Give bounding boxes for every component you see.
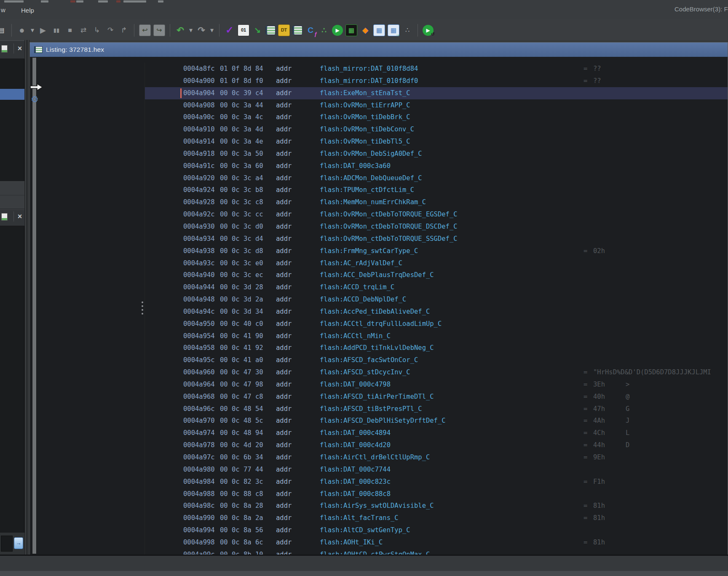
- listing-row[interactable]: 0004a958 00 0c 41 92 addr flash:AddPCD_t…: [145, 342, 728, 354]
- row-operand[interactable]: flash:AFSCD_DebPlHiSetyDrftDef_C: [320, 415, 446, 427]
- listing-row[interactable]: 0004a95c 00 0c 41 a0 addr flash:AFSCD_fa…: [145, 354, 728, 366]
- row-operand[interactable]: flash:OvRMon_tiDebConv_C: [320, 123, 414, 136]
- row-operand[interactable]: flash:ACCD_trqLim_C: [320, 281, 394, 293]
- listing-row[interactable]: 0004a99c 00 0c 8b 10 addr flash:AOHtCD_c…: [145, 549, 728, 555]
- gear-icon[interactable]: ⚙: [31, 95, 39, 104]
- row-operand[interactable]: flash:Alt_facTrans_C: [320, 512, 399, 524]
- panel-splitter[interactable]: [24, 40, 29, 555]
- row-operand[interactable]: flash_mirror:DAT_010f8df0: [320, 75, 418, 87]
- listing-row[interactable]: 0004a908 00 0c 3a 44 addr flash:OvRMon_t…: [145, 99, 728, 112]
- row-operand[interactable]: flash:AltCD_swtGenTyp_C: [320, 524, 410, 536]
- stop-icon[interactable]: ■: [64, 25, 75, 36]
- record-caret-icon[interactable]: ▾: [30, 25, 35, 36]
- listing-row[interactable]: 0004a924 00 0c 3c b8 addr flash:TPUMon_c…: [145, 184, 728, 196]
- listing-row[interactable]: 0004a8fc 01 0f 8d 84 addr flash_mirror:D…: [145, 63, 728, 75]
- listing-row[interactable]: 0004a968 00 0c 47 c8 addr flash:AFSCD_ti…: [145, 391, 728, 403]
- listing-row[interactable]: 0004a914 00 0c 3a 4e addr flash:OvRMon_t…: [145, 136, 728, 148]
- row-operand[interactable]: flash:FrmMng_swtCarType_C: [320, 245, 418, 257]
- resume-icon[interactable]: ▶: [37, 25, 48, 36]
- listing-row[interactable]: 0004a978 00 0c 4d 20 addr flash:DAT_000c…: [145, 439, 728, 451]
- close-icon[interactable]: ×: [13, 43, 24, 53]
- row-operand[interactable]: flash:AirCtl_drBelCtlUpRmp_C: [320, 451, 430, 464]
- listing-row[interactable]: 0004a998 00 0c 8a 6c addr flash:AOHt_IKi…: [145, 536, 728, 549]
- undo-icon[interactable]: ↶: [175, 25, 186, 36]
- c-source-icon[interactable]: Cƒ: [305, 25, 316, 36]
- listing-row[interactable]: 0004a990 00 0c 8a 2a addr flash:Alt_facT…: [145, 512, 728, 524]
- redo-icon[interactable]: ↷: [196, 25, 207, 36]
- row-operand[interactable]: flash:TPUMon_ctDfctLim_C: [320, 184, 414, 196]
- listing-row[interactable]: 0004a934 00 0c 3c d4 addr flash:OvRMon_c…: [145, 233, 728, 245]
- row-operand[interactable]: flash:OvRMon_ctDebToTORQUE_SSGDef_C: [320, 233, 458, 245]
- listing-row[interactable]: 0004a94c 00 0c 3d 34 addr flash:AccPed_t…: [145, 306, 728, 318]
- undo-caret-icon[interactable]: ▾: [188, 25, 193, 36]
- row-operand[interactable]: flash:ACC_DebPlausTrqDesDef_C: [320, 269, 434, 281]
- close-icon[interactable]: ×: [13, 211, 24, 221]
- table-export-icon[interactable]: ▦→: [388, 24, 399, 36]
- listing-row[interactable]: 0004a964 00 0c 47 98 addr flash:DAT_000c…: [145, 379, 728, 391]
- file-hierarchy-icon[interactable]: ∴: [402, 25, 413, 36]
- listing-row[interactable]: 0004a970 00 0c 48 5c addr flash:AFSCD_De…: [145, 415, 728, 427]
- left-panel2-header[interactable]: ×: [0, 209, 24, 226]
- row-operand[interactable]: flash:MemMon_numErrChkRam_C: [320, 196, 426, 208]
- splitter-grip-icon[interactable]: [142, 301, 143, 303]
- listing-row[interactable]: 0004a950 00 0c 40 c0 addr flash:ACCtl_dt…: [145, 318, 728, 330]
- row-operand[interactable]: flash:DAT_000c4d20: [320, 439, 391, 451]
- binary-file-icon[interactable]: 01: [238, 24, 249, 36]
- row-operand[interactable]: flash:ADCMon_DebQueueDef_C: [320, 172, 422, 184]
- row-operand[interactable]: flash:AFSCD_facSwtOnCor_C: [320, 354, 418, 366]
- listing-row[interactable]: 0004a93c 00 0c 3c e0 addr flash:AC_rAdjV…: [145, 257, 728, 269]
- listing-row[interactable]: 0004a984 00 0c 82 3c addr flash:DAT_000c…: [145, 476, 728, 488]
- listing-row[interactable]: 0004a92c 00 0c 3c cc addr flash:OvRMon_c…: [145, 208, 728, 221]
- row-operand[interactable]: flash:OvRMon_DebSigA0Def_C: [320, 148, 422, 160]
- left-panel-header[interactable]: ×: [0, 40, 24, 59]
- validate-icon[interactable]: ✓: [224, 25, 235, 36]
- listing-row[interactable]: 0004a944 00 0c 3d 28 addr flash:ACCD_trq…: [145, 281, 728, 293]
- step-out-icon[interactable]: ↱: [118, 25, 129, 36]
- listing-view-icon[interactable]: [265, 26, 276, 35]
- row-operand[interactable]: flash:AFSCD_tiAirPerTimeDTl_C: [320, 391, 434, 403]
- menu-item-help[interactable]: Help: [19, 6, 37, 15]
- listing-row[interactable]: 0004a938 00 0c 3c d8 addr flash:FrmMng_s…: [145, 245, 728, 257]
- row-operand[interactable]: flash_mirror:DAT_010f8d84: [320, 63, 418, 75]
- row-operand[interactable]: flash:AccPed_tiDebAliveDef_C: [320, 306, 430, 318]
- table-view-icon[interactable]: ▦: [373, 24, 385, 36]
- row-operand[interactable]: flash:DAT_000c823c: [320, 476, 391, 488]
- redo-caret-icon[interactable]: ▾: [209, 25, 214, 36]
- listing-row[interactable]: 0004a900 01 0f 8d f0 addr flash_mirror:D…: [145, 75, 728, 87]
- listing-row[interactable]: 0004a904 00 0c 39 c4 addr flash:ExeMon_s…: [145, 87, 728, 99]
- listing-margin-bar[interactable]: [32, 58, 37, 554]
- row-operand[interactable]: flash:DAT_000c4894: [320, 427, 391, 439]
- run-loop-icon[interactable]: ▶↺: [423, 25, 434, 36]
- left-panel2-body[interactable]: [0, 226, 24, 533]
- clipped-edge-icon[interactable]: ▤: [0, 25, 7, 36]
- row-operand[interactable]: flash:ACCtl_dtrqFullLoadLimUp_C: [320, 318, 442, 330]
- panel-selected-row[interactable]: [0, 89, 24, 100]
- row-operand[interactable]: flash:DAT_000c88c8: [320, 488, 391, 500]
- listing-row[interactable]: 0004a91c 00 0c 3a 60 addr flash:DAT_000c…: [145, 160, 728, 172]
- row-operand[interactable]: flash:DAT_000c7744: [320, 464, 391, 476]
- skip-back-icon[interactable]: ↩: [139, 24, 151, 36]
- row-operand[interactable]: flash:OvRMon_tiDebTl5_C: [320, 136, 410, 148]
- step-into-icon[interactable]: ↳: [91, 25, 102, 36]
- listing-row[interactable]: 0004a90c 00 0c 3a 4c addr flash:OvRMon_t…: [145, 111, 728, 123]
- memory-map-icon[interactable]: ▦: [345, 24, 357, 36]
- datatype-manager-icon[interactable]: DT: [278, 24, 290, 36]
- run-icon[interactable]: ▶: [332, 25, 343, 36]
- row-operand[interactable]: flash:AC_rAdjValDef_C: [320, 257, 402, 269]
- listing-row[interactable]: 0004a918 00 0c 3a 50 addr flash:OvRMon_D…: [145, 148, 728, 160]
- row-operand[interactable]: flash:OvRMon_tiDebBrk_C: [320, 111, 410, 123]
- record-button-icon[interactable]: ●: [16, 25, 27, 36]
- listing-row[interactable]: 0004a960 00 0c 47 30 addr flash:AFSCD_st…: [145, 366, 728, 379]
- listing-body[interactable]: ⚙ 0004a8fc 01 0f 8d 84 addr flash_mirror…: [30, 57, 728, 555]
- key-diamond-icon[interactable]: ◆: [360, 25, 371, 36]
- row-operand[interactable]: flash:AddPCD_tiTnkLvlDebNeg_C: [320, 342, 434, 354]
- row-operand[interactable]: flash:AirSys_swtOLDAvisible_C: [320, 500, 434, 512]
- row-operand[interactable]: flash:DAT_000c4798: [320, 379, 391, 391]
- row-operand[interactable]: flash:AFSCD_tiBstPresPTl_C: [320, 403, 422, 415]
- row-operand[interactable]: flash:AFSCD_stDcycInv_C: [320, 366, 410, 379]
- skip-forward-icon[interactable]: ↪: [153, 24, 165, 36]
- listing-snapshot-icon[interactable]: [292, 26, 302, 35]
- listing-row[interactable]: 0004a954 00 0c 41 90 addr flash:ACCtl_nM…: [145, 330, 728, 342]
- listing-row[interactable]: 0004a97c 00 0c 6b 34 addr flash:AirCtl_d…: [145, 451, 728, 464]
- listing-row[interactable]: 0004a948 00 0c 3d 2a addr flash:ACCD_Deb…: [145, 293, 728, 306]
